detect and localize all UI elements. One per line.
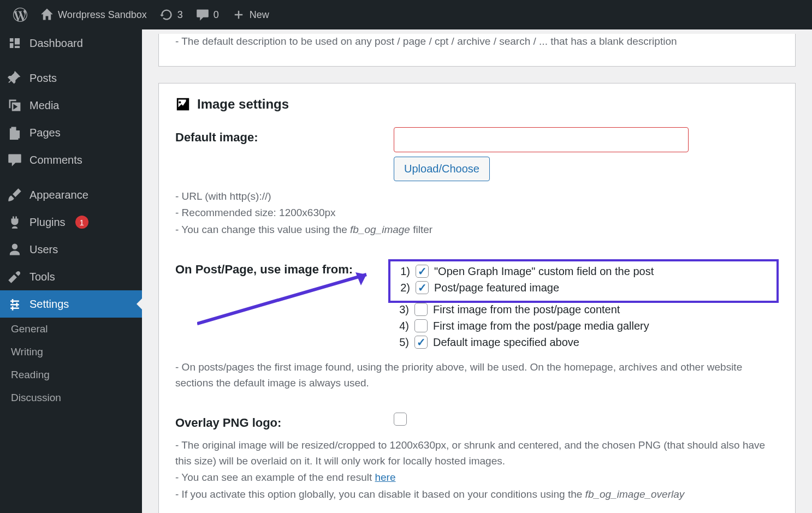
image-options-list: 1)"Open Graph Image" custom field on the… — [394, 259, 779, 352]
pages-icon — [8, 126, 22, 140]
updates-link[interactable]: 3 — [153, 0, 189, 29]
sidebar-item-label: Dashboard — [29, 37, 83, 50]
hint-filter-pre: - You can change this value using the — [175, 224, 350, 235]
sidebar-item-settings[interactable]: Settings — [0, 290, 142, 318]
option-label: First image from the post/page content — [433, 303, 620, 316]
overlay-example-link[interactable]: here — [375, 472, 395, 483]
hint-filter: - You can change this value using the fb… — [175, 222, 779, 238]
overlay-label: Overlay PNG logo: — [175, 413, 394, 430]
option-number: 4) — [394, 320, 409, 332]
sidebar-item-label: Settings — [29, 298, 69, 311]
sidebar-item-pages[interactable]: Pages — [0, 119, 142, 146]
submenu-general[interactable]: General — [0, 318, 142, 341]
main-content: - The default description to be used on … — [142, 29, 812, 513]
sidebar-item-label: Plugins — [29, 216, 66, 229]
menu-separator — [0, 174, 142, 181]
sidebar-item-posts[interactable]: Posts — [0, 64, 142, 92]
image-option-row: 5)Default image specified above — [394, 336, 779, 349]
menu-separator — [0, 57, 142, 64]
image-settings-card: Image settings Default image: Upload/Cho… — [158, 83, 796, 514]
submenu-writing[interactable]: Writing — [0, 341, 142, 363]
sidebar-item-tools[interactable]: Tools — [0, 263, 142, 290]
hint-filter-em: fb_og_image — [350, 224, 410, 235]
option-label: Post/page featured image — [434, 282, 559, 294]
hint-size: - Recommended size: 1200x630px — [175, 205, 779, 221]
overlay-hint2: - You can see an example of the end resu… — [175, 470, 779, 486]
option-checkbox[interactable] — [414, 303, 428, 316]
on-post-image-row: On Post/Page, use image from: 1)"Open Gr… — [175, 259, 779, 352]
option-number: 5) — [394, 336, 409, 349]
svg-line-0 — [197, 275, 366, 324]
annotation-arrow — [197, 269, 377, 329]
sidebar-item-label: Comments — [29, 154, 82, 166]
image-option-row: 4)First image from the post/page media g… — [394, 319, 779, 332]
image-option-row: 2)Post/page featured image — [395, 281, 772, 294]
overlay-hint3-pre: - If you activate this option globally, … — [175, 488, 585, 500]
sidebar-item-plugins[interactable]: Plugins 1 — [0, 208, 142, 236]
overlay-checkbox[interactable] — [394, 413, 407, 426]
admin-sidebar: Dashboard Posts Media Pages Comments App… — [0, 29, 142, 513]
sidebar-item-label: Media — [29, 99, 59, 112]
sidebar-item-dashboard[interactable]: Dashboard — [0, 29, 142, 57]
overlay-hint3: - If you activate this option globally, … — [175, 487, 779, 503]
overlay-row: Overlay PNG logo: — [175, 413, 779, 430]
default-image-row: Default image: Upload/Choose — [175, 127, 779, 181]
dashboard-icon — [8, 36, 22, 50]
image-option-row: 1)"Open Graph Image" custom field on the… — [395, 265, 772, 278]
media-icon — [8, 98, 22, 112]
plugin-icon — [8, 215, 22, 229]
option-checkbox[interactable] — [414, 319, 428, 332]
new-content-link[interactable]: New — [226, 0, 276, 29]
sidebar-item-media[interactable]: Media — [0, 92, 142, 119]
sidebar-item-label: Tools — [29, 271, 55, 283]
prev-section-hint: - The default description to be used on … — [175, 34, 779, 50]
option-label: Default image specified above — [433, 336, 579, 349]
wrench-icon — [8, 270, 22, 284]
site-name: Wordpress Sandbox — [58, 9, 147, 21]
priority-hint: - On posts/pages the first image found, … — [175, 360, 779, 391]
image-icon — [175, 97, 191, 112]
hint-url: - URL (with http(s)://) — [175, 189, 779, 205]
brush-icon — [8, 188, 22, 202]
sidebar-item-appearance[interactable]: Appearance — [0, 181, 142, 208]
default-image-label: Default image: — [175, 127, 394, 145]
sidebar-item-label: Posts — [29, 72, 57, 85]
option-number: 2) — [395, 282, 410, 294]
site-home-link[interactable]: Wordpress Sandbox — [34, 0, 153, 29]
sidebar-item-label: Pages — [29, 127, 61, 139]
submenu-discussion[interactable]: Discussion — [0, 386, 142, 409]
upload-choose-button[interactable]: Upload/Choose — [394, 157, 490, 181]
sidebar-item-comments[interactable]: Comments — [0, 146, 142, 174]
option-checkbox[interactable] — [416, 281, 429, 294]
new-label: New — [250, 9, 269, 21]
section-title-text: Image settings — [197, 97, 289, 112]
image-option-row: 3)First image from the post/page content — [394, 303, 779, 316]
option-checkbox[interactable] — [414, 336, 428, 349]
hint-filter-post: filter — [410, 224, 432, 235]
option-number: 1) — [395, 265, 410, 278]
pin-icon — [8, 71, 22, 85]
wp-logo[interactable] — [7, 0, 34, 29]
section-title: Image settings — [175, 97, 779, 112]
option-label: First image from the post/page media gal… — [433, 320, 649, 332]
prev-section-card: - The default description to be used on … — [158, 34, 796, 67]
comments-link[interactable]: 0 — [189, 0, 226, 29]
settings-icon — [8, 297, 22, 311]
updates-count: 3 — [177, 9, 183, 21]
sidebar-item-label: Appearance — [29, 189, 88, 201]
option-label: "Open Graph Image" custom field on the p… — [434, 265, 654, 278]
option-checkbox[interactable] — [416, 265, 429, 278]
option-number: 3) — [394, 303, 409, 316]
overlay-hint2-pre: - You can see an example of the end resu… — [175, 472, 375, 483]
admin-top-bar: Wordpress Sandbox 3 0 New — [0, 0, 812, 29]
comments-count: 0 — [214, 9, 219, 21]
user-icon — [8, 242, 22, 256]
submenu-reading[interactable]: Reading — [0, 363, 142, 386]
overlay-hint3-em: fb_og_image_overlay — [585, 488, 685, 500]
annotation-highlight-box: 1)"Open Graph Image" custom field on the… — [388, 259, 779, 303]
sidebar-item-users[interactable]: Users — [0, 236, 142, 263]
plugins-badge: 1 — [75, 216, 88, 229]
comments-icon — [8, 153, 22, 167]
default-image-input[interactable] — [394, 127, 689, 152]
overlay-hint1: - The original image will be resized/cro… — [175, 438, 779, 469]
